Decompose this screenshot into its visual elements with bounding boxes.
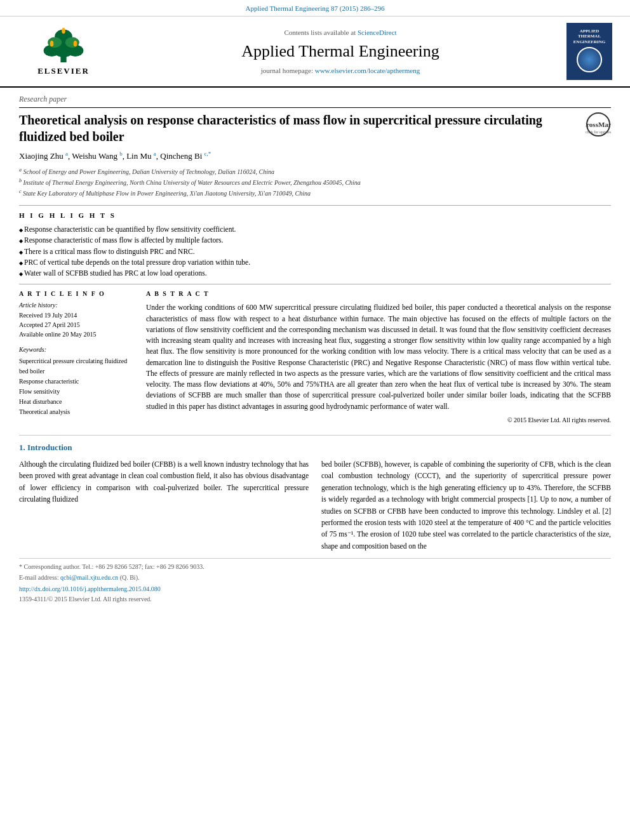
keywords-section: Keywords: Supercritical pressure circula… (19, 345, 133, 417)
author2-affiliation: b (119, 150, 123, 157)
email-line: E-mail address: qcbi@mail.xjtu.edu.cn (Q… (19, 573, 611, 582)
author1-affiliation: a (65, 150, 68, 157)
homepage-url[interactable]: www.elsevier.com/locate/apthermeng (315, 67, 420, 74)
intro-col1: Although the circulating fluidized bed b… (19, 458, 309, 552)
paper-title: Theoretical analysis on response charact… (19, 112, 579, 145)
cover-graphic (577, 47, 602, 72)
article-info-heading: A R T I C L E I N F O (19, 290, 133, 298)
highlight-item: There is a critical mass flow to disting… (19, 246, 611, 257)
affiliation-item: b Institute of Thermal Energy Engineerin… (19, 177, 611, 187)
author3-name: Lin Mu (126, 152, 151, 161)
introduction-section: 1. Introduction Although the circulating… (19, 435, 611, 552)
footer: * Corresponding author. Tel.: +86 29 826… (19, 558, 611, 604)
contents-availability: Contents lists available at ScienceDirec… (114, 28, 566, 37)
issn-line: 1359-4311/© 2015 Elsevier Ltd. All right… (19, 595, 611, 604)
email-label: E-mail address: (19, 574, 58, 581)
svg-point-5 (48, 37, 62, 48)
introduction-body: Although the circulating fluidized bed b… (19, 458, 611, 552)
author3-affiliation: a (154, 150, 156, 157)
svg-text:click for updates: click for updates (586, 130, 611, 134)
email-suffix: (Q. Bi). (120, 574, 140, 581)
author4-affiliation: c,* (204, 150, 211, 157)
cover-title-text: APPLIED THERMAL ENGINEERING (569, 29, 610, 44)
journal-header: ELSEVIER Contents lists available at Sci… (0, 17, 630, 88)
keywords-list: Supercritical pressure circulating fluid… (19, 356, 133, 417)
keyword-item: Heat disturbance (19, 397, 133, 407)
affiliations: a School of Energy and Power Engineering… (19, 166, 611, 199)
author4-name: Qincheng Bi (160, 152, 202, 161)
article-history-label: Article history: (19, 301, 133, 310)
doi-link[interactable]: http://dx.doi.org/10.1016/j.applthermale… (19, 585, 611, 594)
main-content: Research paper Theoretical analysis on r… (0, 88, 630, 610)
affiliation-item: c State Key Laboratory of Multiphase Flo… (19, 188, 611, 198)
author1-name: Xiaojing Zhu (19, 152, 64, 161)
journal-title: Applied Thermal Engineering (114, 40, 566, 63)
available-date: Available online 20 May 2015 (19, 330, 133, 339)
keyword-item: Theoretical analysis (19, 407, 133, 417)
highlight-item: Response characteristic can be quantifie… (19, 224, 611, 235)
svg-text:CrossMark: CrossMark (586, 121, 611, 128)
author-email[interactable]: qcbi@mail.xjtu.edu.cn (60, 574, 118, 581)
elsevier-tree-icon (38, 26, 89, 64)
highlights-list: Response characteristic can be quantifie… (19, 224, 611, 279)
svg-point-8 (62, 28, 65, 34)
journal-reference: Applied Thermal Engineering 87 (2015) 28… (0, 0, 630, 17)
authors-line: Xiaojing Zhu a, Weishu Wang b, Lin Mu a,… (19, 150, 611, 163)
journal-cover: APPLIED THERMAL ENGINEERING (566, 23, 617, 80)
paper-type: Research paper (19, 94, 611, 108)
abstract-text: Under the working conditions of 600 MW s… (146, 302, 611, 412)
publisher-logo: ELSEVIER (13, 26, 114, 77)
copyright: © 2015 Elsevier Ltd. All rights reserved… (146, 416, 611, 425)
journal-homepage: journal homepage: www.elsevier.com/locat… (114, 66, 566, 76)
highlights-heading: H I G H L I G H T S (19, 211, 611, 220)
sciencedirect-link[interactable]: ScienceDirect (358, 29, 397, 36)
keywords-label: Keywords: (19, 345, 133, 354)
author2-name: Weishu Wang (72, 152, 117, 161)
journal-title-area: Contents lists available at ScienceDirec… (114, 28, 566, 76)
keyword-item: Supercritical pressure circulating fluid… (19, 356, 133, 377)
keyword-item: Response characteristic (19, 377, 133, 387)
crossmark-badge: CrossMark click for updates (586, 112, 611, 137)
elsevier-wordmark: ELSEVIER (37, 65, 90, 77)
highlight-item: Water wall of SCFBB studied has PRC at l… (19, 268, 611, 279)
corresponding-author: * Corresponding author. Tel.: +86 29 826… (19, 563, 611, 571)
article-info-abstract: A R T I C L E I N F O Article history: R… (19, 284, 611, 425)
received-date: Received 19 July 2014 (19, 311, 133, 320)
crossmark-icon: CrossMark click for updates (586, 112, 611, 137)
affiliation-item: a School of Energy and Power Engineering… (19, 166, 611, 177)
svg-point-6 (65, 37, 79, 48)
intro-col2: bed boiler (SCFBB), however, is capable … (321, 458, 611, 552)
highlight-item: PRC of vertical tube depends on the tota… (19, 257, 611, 268)
highlight-item: Response characteristic of mass flow is … (19, 235, 611, 246)
abstract-heading: A B S T R A C T (146, 290, 611, 298)
keyword-item: Flow sensitivity (19, 387, 133, 397)
svg-point-9 (74, 41, 77, 46)
abstract-section: A B S T R A C T Under the working condit… (146, 290, 611, 425)
article-info: A R T I C L E I N F O Article history: R… (19, 290, 133, 425)
introduction-heading: 1. Introduction (19, 442, 611, 453)
title-row: Theoretical analysis on response charact… (19, 112, 611, 145)
svg-point-7 (50, 41, 54, 46)
accepted-date: Accepted 27 April 2015 (19, 321, 133, 330)
highlights-divider (19, 205, 611, 206)
